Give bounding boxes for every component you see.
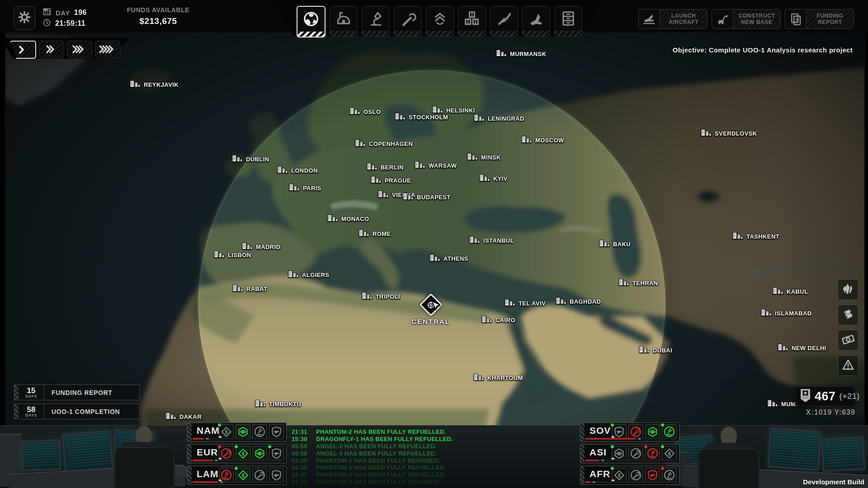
action-launch-aircraft[interactable]: LAUNCH AIRCRAFT xyxy=(638,9,708,29)
settings-button[interactable] xyxy=(14,6,35,30)
region-status-research-icon[interactable] xyxy=(645,446,660,461)
time-speed-2[interactable] xyxy=(39,41,64,58)
region-status-military-icon[interactable] xyxy=(645,468,660,483)
nav-stores[interactable] xyxy=(458,6,486,37)
region-status-funds-icon[interactable]: $ xyxy=(662,446,677,461)
status-dot xyxy=(661,423,664,427)
region-status-intel-icon[interactable] xyxy=(236,424,250,439)
status-dot xyxy=(235,467,238,470)
log-message: PHANTOM-2 HAS BEEN FULLY REPAIRED. xyxy=(316,479,441,485)
region-status-intel-icon[interactable] xyxy=(252,446,267,461)
status-dot xyxy=(218,423,221,427)
nav-personnel[interactable] xyxy=(426,6,454,37)
score-badge[interactable]: 467 (+21) xyxy=(795,386,855,406)
day-time-display: DAY 196 21:59:11 xyxy=(42,8,87,30)
side-cash[interactable] xyxy=(838,330,859,351)
countdown-days: 15 xyxy=(27,387,36,394)
region-status-intel-icon[interactable] xyxy=(645,424,660,439)
region-code: AFR xyxy=(590,469,610,479)
time-speed-1[interactable] xyxy=(10,41,36,59)
region-status-engineering-icon[interactable] xyxy=(628,446,643,461)
countdown-row[interactable]: 58DAYSUOO-1 COMPLETION xyxy=(14,404,140,419)
log-time: 05:50 xyxy=(292,450,309,457)
build-label: Development Build xyxy=(803,478,864,486)
region-status-military-icon[interactable] xyxy=(269,424,284,439)
log-time: 15:30 xyxy=(292,436,309,442)
svg-text:$: $ xyxy=(668,450,671,457)
geoscape-map[interactable] xyxy=(5,33,865,425)
time-speed-3[interactable] xyxy=(67,41,92,58)
action-funding-report[interactable]: $FUNDING REPORT xyxy=(785,9,854,29)
launch-aircraft-icon xyxy=(639,9,660,28)
nav-armory[interactable] xyxy=(490,6,518,37)
nav-aircraft[interactable] xyxy=(522,6,550,37)
log-message: PHANTOM-1 HAS BEEN FULLY REPAIRED. xyxy=(316,457,441,464)
region-status-research-icon[interactable] xyxy=(252,424,267,439)
region-status-military-icon[interactable] xyxy=(269,446,284,461)
countdown-label: UOO-1 COMPLETION xyxy=(44,404,139,419)
svg-text:$: $ xyxy=(796,18,799,23)
region-panel-SOV[interactable]: SOV★ xyxy=(580,422,679,441)
region-status-research-icon[interactable] xyxy=(662,468,677,483)
svg-text:$: $ xyxy=(618,472,621,479)
region-panel-LAM[interactable]: LAM★$ xyxy=(187,466,287,485)
side-crystals[interactable] xyxy=(838,279,859,300)
region-panel-EUR[interactable]: EUR★$ xyxy=(187,444,287,463)
region-code: ASI xyxy=(590,447,607,458)
region-status-engineering-icon[interactable] xyxy=(628,468,643,483)
region-status-funds-icon[interactable]: $★ xyxy=(219,424,234,439)
archive-icon xyxy=(555,6,582,31)
log-message: ANGEL-3 HAS BEEN FULLY REFUELLED. xyxy=(316,450,437,457)
log-entry: 21:31PHANTOM-2 HAS BEEN FULLY REFUELLED. xyxy=(292,428,486,436)
countdown-row[interactable]: 15DAYSFUNDING REPORT xyxy=(14,385,140,400)
world-map-art xyxy=(5,33,865,425)
action-construct-base[interactable]: CONSTRUCT NEW BASE xyxy=(712,9,781,29)
log-entry: 05:50ANGEL-2 HAS BEEN FULLY REFUELLED. xyxy=(292,443,486,450)
log-entry: 01:25PHANTOM-2 HAS BEEN FULLY REPAIRED. xyxy=(292,479,486,486)
nav-engineering[interactable] xyxy=(394,6,422,37)
side-alerts[interactable] xyxy=(838,355,859,376)
region-panel-ASI[interactable]: ASI★$ xyxy=(580,444,679,463)
region-status-engineering-icon[interactable] xyxy=(252,468,267,483)
funding-report-icon: $ xyxy=(785,9,807,28)
svg-text:$: $ xyxy=(241,472,245,479)
region-panel-NAM[interactable]: NAM$★ xyxy=(187,422,287,441)
stores-icon xyxy=(458,6,486,31)
region-status-engineering-icon[interactable]: ★ xyxy=(219,446,234,461)
region-status-military-icon[interactable]: ★ xyxy=(612,424,627,439)
resource-shortcuts xyxy=(838,279,859,376)
region-status-research-icon[interactable] xyxy=(662,424,677,439)
alloys-icon xyxy=(841,307,855,323)
cash-icon xyxy=(841,333,855,348)
status-dot xyxy=(644,445,647,448)
objective-text: Objective: Complete UOO-1 Analysis resea… xyxy=(673,46,853,54)
armory-icon xyxy=(491,6,518,31)
region-status-research-icon[interactable]: ★ xyxy=(219,468,234,483)
region-status-funds-icon[interactable]: $★ xyxy=(612,468,627,483)
engineering-icon xyxy=(394,6,421,31)
log-entry: 02:30PHANTOM-2 HAS BEEN FULLY REFUELLED. xyxy=(292,471,486,479)
funds-display: FUNDS AVAILABLE $213,675 xyxy=(108,6,208,26)
region-panel-AFR[interactable]: AFR$★ xyxy=(580,466,679,485)
event-log: 21:31PHANTOM-2 HAS BEEN FULLY REFUELLED.… xyxy=(292,428,486,485)
region-status-military-icon[interactable] xyxy=(269,468,284,483)
log-entry: 05:50ANGEL-3 HAS BEEN FULLY REFUELLED. xyxy=(292,450,486,457)
nav-base[interactable] xyxy=(330,6,358,37)
nav-geoscape[interactable] xyxy=(297,6,326,38)
header-actions: LAUNCH AIRCRAFTCONSTRUCT NEW BASE$FUNDIN… xyxy=(638,9,854,29)
action-label: FUNDING REPORT xyxy=(807,9,854,28)
region-progress xyxy=(193,438,283,440)
region-status-funds-icon[interactable]: $ xyxy=(236,446,250,461)
region-status-funds-icon[interactable]: $ xyxy=(236,468,250,483)
time-speed-4[interactable] xyxy=(95,41,120,58)
log-message: ANGEL-2 HAS BEEN FULLY REFUELLED. xyxy=(316,443,437,450)
countdown-panels: 15DAYSFUNDING REPORT58DAYSUOO-1 COMPLETI… xyxy=(14,385,140,419)
personnel-icon xyxy=(426,6,453,31)
nav-archive[interactable] xyxy=(554,6,582,37)
research-icon xyxy=(362,6,389,31)
nav-research[interactable] xyxy=(362,6,390,37)
side-alloys[interactable] xyxy=(838,305,859,325)
region-status-engineering-icon[interactable] xyxy=(628,424,643,439)
status-dot xyxy=(235,445,238,448)
region-status-intel-icon[interactable]: ★ xyxy=(612,446,627,461)
